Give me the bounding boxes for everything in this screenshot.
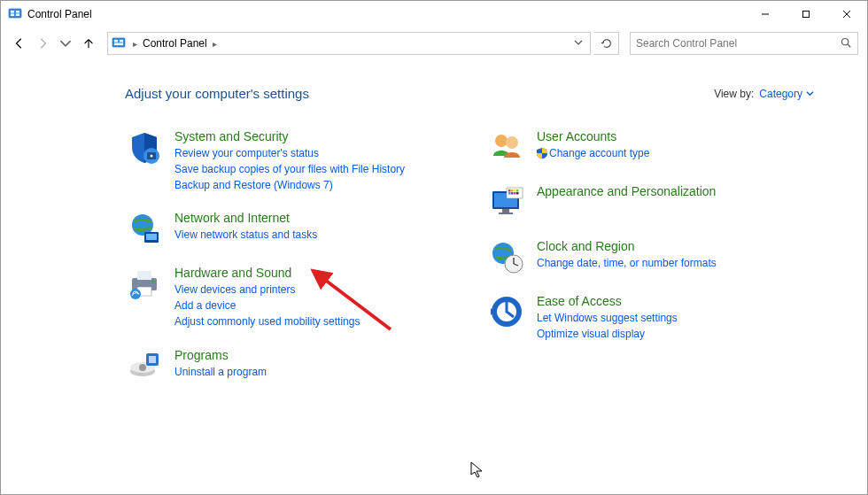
content-area: Adjust your computer's settings View by:… (1, 59, 867, 401)
svg-point-13 (841, 38, 848, 44)
svg-rect-6 (803, 12, 810, 18)
heading-row: Adjust your computer's settings View by:… (125, 86, 814, 101)
viewby-value: Category (759, 88, 802, 100)
sub-link[interactable]: Add a device (174, 298, 360, 313)
nav-toolbar: ▸ Control Panel ▸ (1, 27, 867, 59)
svg-rect-10 (114, 40, 118, 43)
sub-link[interactable]: Backup and Restore (Windows 7) (174, 178, 405, 193)
refresh-button[interactable] (594, 32, 619, 55)
category-appearance: Appearance and Personalization (487, 182, 814, 221)
address-dropdown[interactable] (570, 37, 586, 50)
svg-point-31 (495, 135, 508, 147)
svg-rect-0 (9, 9, 21, 18)
sub-link[interactable]: Uninstall a program (174, 365, 267, 380)
category-network-internet: Network and Internet View network status… (125, 209, 452, 248)
breadcrumb-item[interactable]: Control Panel (139, 37, 211, 50)
page-heading: Adjust your computer's settings (125, 86, 309, 101)
viewby-label: View by: (714, 88, 754, 100)
svg-rect-1 (11, 11, 14, 13)
clock-globe-icon (487, 237, 526, 276)
svg-rect-43 (511, 192, 514, 195)
search-box[interactable] (630, 32, 858, 55)
svg-line-14 (848, 43, 850, 46)
category-ease-of-access: Ease of Access Let Windows suggest setti… (487, 292, 814, 343)
svg-rect-40 (514, 189, 516, 192)
sub-link[interactable]: Let Windows suggest settings (537, 311, 678, 326)
category-title[interactable]: System and Security (174, 129, 405, 143)
svg-rect-45 (516, 192, 519, 195)
window-title: Control Panel (27, 8, 92, 20)
search-input[interactable] (636, 37, 840, 50)
svg-rect-3 (11, 14, 14, 17)
location-icon (112, 36, 126, 50)
sub-link[interactable]: Adjust commonly used mobility settings (174, 314, 360, 329)
back-button[interactable] (10, 34, 29, 53)
category-clock-region: Clock and Region Change date, time, or n… (487, 237, 814, 276)
close-button[interactable] (826, 1, 867, 27)
svg-point-25 (130, 289, 141, 299)
svg-rect-20 (146, 234, 157, 240)
sub-link[interactable]: View network status and tasks (174, 228, 317, 243)
control-panel-icon (8, 7, 22, 21)
printer-icon (125, 264, 164, 303)
svg-rect-4 (16, 14, 19, 17)
minimize-button[interactable] (745, 1, 786, 27)
category-title[interactable]: Clock and Region (537, 239, 717, 253)
svg-rect-44 (514, 192, 516, 195)
svg-rect-41 (516, 189, 519, 192)
svg-rect-30 (149, 356, 156, 363)
programs-icon (125, 346, 164, 385)
category-title[interactable]: User Accounts (537, 129, 649, 143)
left-column: System and Security Review your computer… (125, 128, 452, 401)
category-title[interactable]: Appearance and Personalization (537, 184, 716, 198)
svg-rect-12 (114, 43, 123, 46)
svg-point-17 (151, 155, 153, 158)
category-programs: Programs Uninstall a program (125, 346, 452, 385)
shield-icon (125, 128, 164, 166)
svg-point-28 (139, 364, 146, 371)
viewby-dropdown[interactable]: Category (759, 88, 814, 100)
sub-link[interactable]: Change account type (537, 146, 649, 161)
category-title[interactable]: Ease of Access (537, 294, 678, 308)
category-user-accounts: User Accounts Change account type (487, 128, 814, 166)
svg-rect-39 (511, 189, 514, 192)
category-title[interactable]: Hardware and Sound (174, 266, 360, 280)
forward-button[interactable] (33, 34, 52, 53)
svg-rect-2 (16, 11, 19, 13)
sub-link[interactable]: Save backup copies of your files with Fi… (174, 162, 405, 177)
svg-rect-38 (508, 189, 511, 192)
address-bar[interactable]: ▸ Control Panel ▸ (107, 32, 591, 55)
sub-link[interactable]: Optimize visual display (537, 327, 678, 342)
breadcrumb-sep[interactable]: ▸ (131, 39, 139, 49)
mouse-cursor (470, 461, 484, 479)
titlebar: Control Panel (1, 1, 867, 27)
svg-point-24 (152, 281, 155, 283)
sub-link-label: Change account type (549, 147, 649, 159)
ease-of-access-icon (487, 292, 526, 331)
sub-link[interactable]: Review your computer's status (174, 146, 405, 161)
category-title[interactable]: Programs (174, 348, 267, 362)
svg-rect-22 (137, 271, 151, 280)
svg-rect-36 (499, 213, 513, 214)
category-system-security: System and Security Review your computer… (125, 128, 452, 193)
sub-link-view-devices[interactable]: View devices and printers (174, 282, 360, 298)
users-icon (487, 128, 526, 166)
uac-shield-icon (537, 148, 547, 159)
svg-point-32 (506, 136, 518, 149)
recent-dropdown[interactable] (56, 34, 75, 53)
svg-rect-11 (120, 40, 123, 43)
chevron-down-icon (806, 89, 814, 97)
up-button[interactable] (79, 34, 98, 53)
category-title[interactable]: Network and Internet (174, 211, 317, 225)
svg-rect-9 (112, 38, 125, 47)
right-column: User Accounts Change account type (487, 128, 814, 401)
maximize-button[interactable] (786, 1, 826, 27)
monitor-appearance-icon (487, 182, 526, 221)
search-icon[interactable] (840, 36, 852, 51)
sub-link[interactable]: Change date, time, or number formats (537, 256, 717, 271)
svg-rect-42 (508, 192, 511, 195)
svg-rect-35 (502, 209, 509, 213)
breadcrumb-sep[interactable]: ▸ (211, 39, 219, 49)
globe-network-icon (125, 209, 164, 248)
category-hardware-sound: Hardware and Sound View devices and prin… (125, 264, 452, 329)
